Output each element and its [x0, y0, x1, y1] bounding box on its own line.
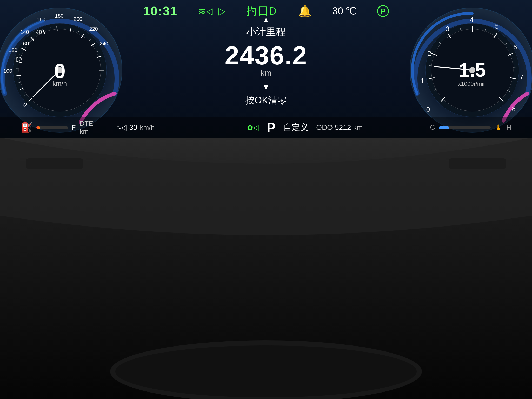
fuel-bar-container [36, 126, 68, 129]
svg-text:7: 7 [520, 73, 523, 81]
svg-text:8: 8 [512, 105, 516, 113]
center-info-section: ✿◁ P 自定义 ODO 5212 km [182, 120, 428, 135]
dte-unit: km [80, 128, 89, 135]
svg-text:40: 40 [36, 29, 42, 35]
avg-speed-icon: ≈◁ [117, 123, 127, 132]
svg-text:240: 240 [99, 41, 108, 46]
temp-hot-label: H [506, 123, 511, 131]
clock-display: 10:31 [143, 4, 178, 18]
fuel-section: ⛽ F DTE —— km [0, 119, 117, 136]
svg-rect-83 [449, 158, 506, 169]
seatbelt-icon: 🔔 [298, 5, 311, 17]
lane-assist-right-icon: ▷ [218, 6, 226, 17]
svg-text:1.5: 1.5 [459, 59, 486, 81]
svg-text:120: 120 [9, 47, 17, 53]
svg-text:0: 0 [54, 59, 66, 83]
temperature-display: 30 ℃ [332, 5, 356, 17]
driver-assist-icons: ≋◁ ▷ [198, 6, 226, 17]
dte-value: —— [95, 119, 109, 127]
lane-assist-icon: ≋◁ [198, 6, 213, 17]
center-panel: ▲ 小计里程 2436.2 km ▼ 按OK清零 [188, 16, 344, 112]
svg-point-81 [115, 345, 417, 397]
top-status-bar: 10:31 ≋◁ ▷ 扚囗D 🔔 30 ℃ P [0, 0, 532, 22]
gear-indicator: P [267, 120, 276, 135]
svg-text:100: 100 [3, 68, 12, 74]
temp-cold-label: C [430, 123, 435, 131]
bottom-status-bar: ⛽ F DTE —— km ≈◁ 30 km/h ✿◁ P 自定义 [0, 117, 532, 138]
avg-speed-value: 30 [129, 123, 137, 132]
dashboard-silhouette [0, 138, 532, 399]
avg-speed-section: ≈◁ 30 km/h [117, 123, 182, 132]
trip-odometer-value: 2436.2 [188, 42, 344, 68]
engine-temp-bar [439, 126, 449, 129]
svg-text:x1000r/min: x1000r/min [458, 81, 487, 87]
svg-text:2: 2 [428, 50, 431, 57]
odo-unit: km [353, 123, 363, 132]
fuel-labels: F [72, 124, 76, 131]
odo-label: ODO [316, 123, 333, 132]
custom-function-label: 自定义 [283, 122, 308, 133]
parking-mode-icon: P [377, 5, 389, 17]
trip-odometer-unit: km [188, 68, 344, 78]
down-arrow-icon: ▼ [188, 83, 344, 91]
lighting-icons: 扚囗D [247, 4, 277, 18]
svg-text:0: 0 [426, 105, 430, 113]
physical-dashboard [0, 138, 532, 399]
fuel-icon: ⛽ [21, 122, 32, 133]
svg-text:km/h: km/h [52, 79, 67, 87]
svg-text:3: 3 [446, 25, 449, 33]
engine-temp-icon: 🌡 [495, 123, 502, 132]
dashboard-display: 10:31 ≋◁ ▷ 扚囗D 🔔 30 ℃ P [0, 0, 532, 138]
svg-text:140: 140 [20, 29, 29, 35]
engine-temp-section: C 🌡 H [428, 123, 532, 132]
odo-value: 5212 [335, 123, 351, 132]
fuel-full-label: F [72, 124, 76, 131]
svg-rect-82 [26, 158, 83, 169]
temp-value: 30 [332, 5, 343, 17]
reset-instruction: 按OK清零 [188, 94, 344, 107]
svg-line-16 [57, 26, 57, 31]
trip-label: 小计里程 [188, 25, 344, 38]
lighting-icon: 扚囗D [247, 4, 277, 18]
temp-unit: ℃ [345, 5, 356, 17]
fuel-level-bar [36, 126, 40, 129]
avg-speed-unit: km/h [140, 123, 155, 131]
svg-text:1: 1 [421, 77, 424, 85]
svg-text:5: 5 [495, 22, 499, 30]
svg-text:220: 220 [89, 26, 98, 32]
eco-drive-icon: ✿◁ [247, 123, 259, 132]
warning-icons: 🔔 [298, 5, 311, 17]
dte-label: DTE [80, 119, 93, 127]
dte-info: DTE —— km [80, 119, 117, 136]
engine-temp-bar-container [439, 126, 491, 129]
svg-text:6: 6 [513, 43, 517, 51]
odometer-display: ODO 5212 km [316, 123, 363, 132]
